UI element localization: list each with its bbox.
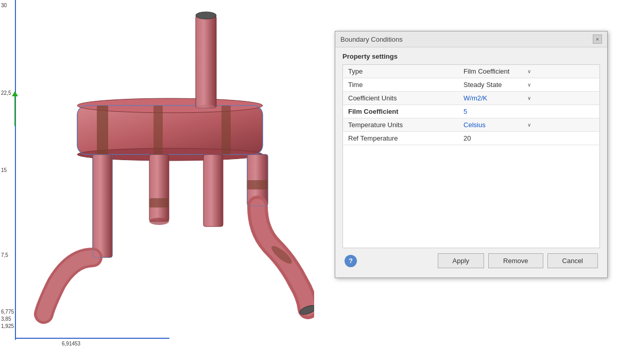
axis-label-225: 22,5	[1, 90, 11, 96]
svg-rect-18	[149, 198, 169, 207]
3d-model	[26, 5, 314, 340]
prop-value-cell[interactable]: Steady State∨	[458, 78, 536, 91]
properties-table: TypeFilm Coefficient∨TimeSteady State∨Co…	[342, 64, 600, 145]
prop-value: 5	[464, 108, 467, 115]
table-row[interactable]: TimeSteady State∨	[343, 78, 600, 92]
help-button[interactable]: ?	[345, 255, 357, 267]
prop-name: Film Coefficient	[343, 105, 459, 118]
section-title: Property settings	[342, 53, 600, 60]
dialog-titlebar: Boundary Conditions ×	[335, 31, 607, 47]
chevron-down-icon: ∨	[525, 95, 531, 101]
axis-label-1925: 1,925	[1, 323, 14, 329]
table-row[interactable]: Coefficient UnitsW/m2/K∨	[343, 92, 600, 105]
empty-area	[342, 145, 600, 248]
prop-value: W/m2/K	[464, 94, 487, 102]
svg-rect-10	[93, 154, 112, 257]
axis-label-15: 15	[1, 167, 7, 173]
dialog-title: Boundary Conditions	[340, 36, 403, 43]
chevron-down-icon: ∨	[525, 68, 531, 74]
prop-value: Steady State	[464, 81, 502, 89]
svg-rect-4	[97, 106, 108, 154]
svg-rect-14	[203, 154, 223, 227]
table-row[interactable]: TypeFilm Coefficient∨	[343, 65, 600, 78]
table-row[interactable]: Ref Temperature20	[343, 132, 600, 145]
svg-point-9	[196, 105, 216, 112]
svg-point-13	[149, 218, 169, 225]
model-svg	[26, 5, 314, 340]
prop-value-cell[interactable]: Celsius∨	[458, 118, 536, 131]
table-row[interactable]: Film Coefficient5	[343, 105, 600, 118]
prop-value-cell[interactable]: 5	[458, 105, 536, 118]
svg-point-8	[196, 12, 216, 19]
close-button[interactable]: ×	[593, 34, 602, 44]
prop-name: Type	[343, 65, 459, 78]
table-row[interactable]: Temperature UnitsCelsius∨	[343, 118, 600, 132]
x-axis-label-691: 6,91453	[62, 341, 80, 346]
button-row: ? Apply Remove Cancel	[342, 248, 600, 270]
3d-viewport[interactable]: 30 22,5 15 7,5 6,775 3,85 1,925 6,91453	[0, 0, 324, 364]
prop-value-cell[interactable]: W/m2/K∨	[458, 92, 536, 105]
cancel-button[interactable]: Cancel	[547, 253, 598, 268]
svg-rect-6	[221, 106, 231, 154]
prop-name: Coefficient Units	[343, 92, 459, 105]
y-axis-line	[15, 0, 16, 340]
svg-rect-12	[149, 154, 169, 221]
svg-rect-5	[153, 106, 163, 154]
apply-button[interactable]: Apply	[438, 253, 485, 268]
prop-name: Time	[343, 78, 459, 92]
boundary-conditions-dialog: Boundary Conditions × Property settings …	[335, 31, 608, 278]
prop-value: 20	[464, 134, 471, 142]
chevron-down-icon: ∨	[525, 82, 531, 88]
remove-button[interactable]: Remove	[488, 253, 543, 268]
chevron-down-icon: ∨	[525, 122, 531, 128]
prop-value-cell[interactable]: 20	[458, 132, 536, 145]
dialog-body: Property settings TypeFilm Coefficient∨T…	[335, 47, 607, 278]
axis-label-6775: 6,775	[1, 309, 14, 315]
axis-label-385: 3,85	[1, 316, 11, 322]
prop-value: Celsius	[464, 121, 486, 129]
prop-value-cell[interactable]: Film Coefficient∨	[458, 65, 536, 78]
prop-name: Ref Temperature	[343, 132, 459, 145]
prop-value: Film Coefficient	[464, 67, 509, 75]
axis-label-75: 7,5	[1, 252, 8, 258]
svg-rect-19	[247, 180, 268, 189]
prop-name: Temperature Units	[343, 118, 459, 132]
svg-rect-7	[196, 15, 216, 108]
y-arrow-icon	[14, 95, 15, 126]
axis-label-30: 30	[1, 3, 7, 8]
